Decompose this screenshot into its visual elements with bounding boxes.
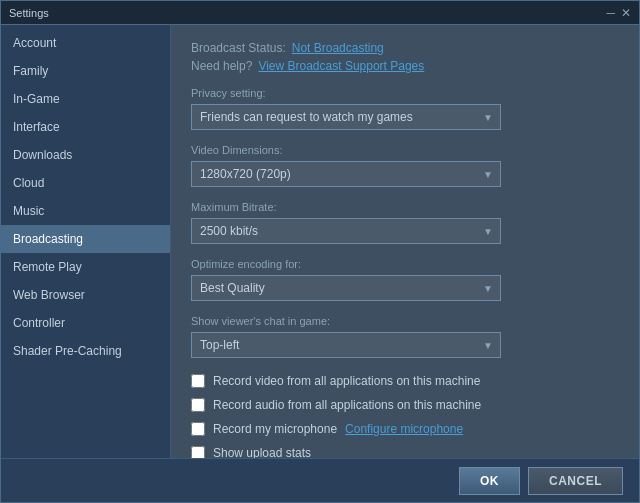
sidebar: AccountFamilyIn-GameInterfaceDownloadsCl… — [1, 25, 171, 458]
checkbox3-label: Record my microphone — [213, 422, 337, 436]
viewer-chat-dropdown[interactable]: Top-leftTop-rightBottom-leftBottom-right… — [191, 332, 501, 358]
window-controls: ─ ✕ — [606, 7, 631, 19]
privacy-dropdown[interactable]: Friends can request to watch my gamesAny… — [191, 104, 501, 130]
checkbox2-input[interactable] — [191, 398, 205, 412]
checkbox4-label: Show upload stats — [213, 446, 311, 458]
checkbox1-input[interactable] — [191, 374, 205, 388]
main-content: AccountFamilyIn-GameInterfaceDownloadsCl… — [1, 25, 639, 458]
sidebar-item-in-game[interactable]: In-Game — [1, 85, 170, 113]
checkbox3-input[interactable] — [191, 422, 205, 436]
configure-mic-link[interactable]: Configure microphone — [345, 422, 463, 436]
minimize-button[interactable]: ─ — [606, 7, 615, 19]
video-dimensions-label: Video Dimensions: — [191, 144, 619, 156]
ok-button[interactable]: OK — [459, 467, 520, 495]
sidebar-item-cloud[interactable]: Cloud — [1, 169, 170, 197]
video-dimensions-dropdown-wrapper: 1280x720 (720p)1920x1080 (1080p)854x480 … — [191, 161, 501, 187]
checkbox2-row: Record audio from all applications on th… — [191, 398, 619, 412]
video-dimensions-dropdown[interactable]: 1280x720 (720p)1920x1080 (1080p)854x480 … — [191, 161, 501, 187]
sidebar-item-shader-pre-caching[interactable]: Shader Pre-Caching — [1, 337, 170, 365]
max-bitrate-label: Maximum Bitrate: — [191, 201, 619, 213]
close-button[interactable]: ✕ — [621, 7, 631, 19]
checkbox4-input[interactable] — [191, 446, 205, 458]
sidebar-item-web-browser[interactable]: Web Browser — [1, 281, 170, 309]
broadcast-status-label: Broadcast Status: — [191, 41, 286, 55]
sidebar-item-broadcasting[interactable]: Broadcasting — [1, 225, 170, 253]
checkbox1-row: Record video from all applications on th… — [191, 374, 619, 388]
optimize-dropdown-wrapper: Best QualityBest PerformanceBalanced — [191, 275, 501, 301]
need-help-label: Need help? — [191, 59, 252, 73]
title-bar: Settings ─ ✕ — [1, 1, 639, 25]
footer: OK CANCEL — [1, 458, 639, 502]
max-bitrate-dropdown-wrapper: 2500 kbit/s1000 kbit/s3500 kbit/s5000 kb… — [191, 218, 501, 244]
sidebar-item-downloads[interactable]: Downloads — [1, 141, 170, 169]
sidebar-item-music[interactable]: Music — [1, 197, 170, 225]
viewer-chat-label: Show viewer's chat in game: — [191, 315, 619, 327]
sidebar-item-remote-play[interactable]: Remote Play — [1, 253, 170, 281]
max-bitrate-dropdown[interactable]: 2500 kbit/s1000 kbit/s3500 kbit/s5000 kb… — [191, 218, 501, 244]
privacy-label: Privacy setting: — [191, 87, 619, 99]
broadcast-status-row: Broadcast Status: Not Broadcasting — [191, 41, 619, 55]
checkbox2-label: Record audio from all applications on th… — [213, 398, 481, 412]
checkbox1-label: Record video from all applications on th… — [213, 374, 480, 388]
cancel-button[interactable]: CANCEL — [528, 467, 623, 495]
need-help-row: Need help? View Broadcast Support Pages — [191, 59, 619, 73]
sidebar-item-account[interactable]: Account — [1, 29, 170, 57]
sidebar-item-controller[interactable]: Controller — [1, 309, 170, 337]
privacy-dropdown-wrapper: Friends can request to watch my gamesAny… — [191, 104, 501, 130]
viewer-chat-dropdown-wrapper: Top-leftTop-rightBottom-leftBottom-right… — [191, 332, 501, 358]
broadcast-status-link[interactable]: Not Broadcasting — [292, 41, 384, 55]
main-panel: Broadcast Status: Not Broadcasting Need … — [171, 25, 639, 458]
optimize-label: Optimize encoding for: — [191, 258, 619, 270]
checkbox4-row: Show upload stats — [191, 446, 619, 458]
checkbox3-row: Record my microphone Configure microphon… — [191, 422, 619, 436]
window-title: Settings — [9, 7, 49, 19]
settings-window: Settings ─ ✕ AccountFamilyIn-GameInterfa… — [0, 0, 640, 503]
optimize-dropdown[interactable]: Best QualityBest PerformanceBalanced — [191, 275, 501, 301]
sidebar-item-interface[interactable]: Interface — [1, 113, 170, 141]
sidebar-item-family[interactable]: Family — [1, 57, 170, 85]
support-pages-link[interactable]: View Broadcast Support Pages — [258, 59, 424, 73]
